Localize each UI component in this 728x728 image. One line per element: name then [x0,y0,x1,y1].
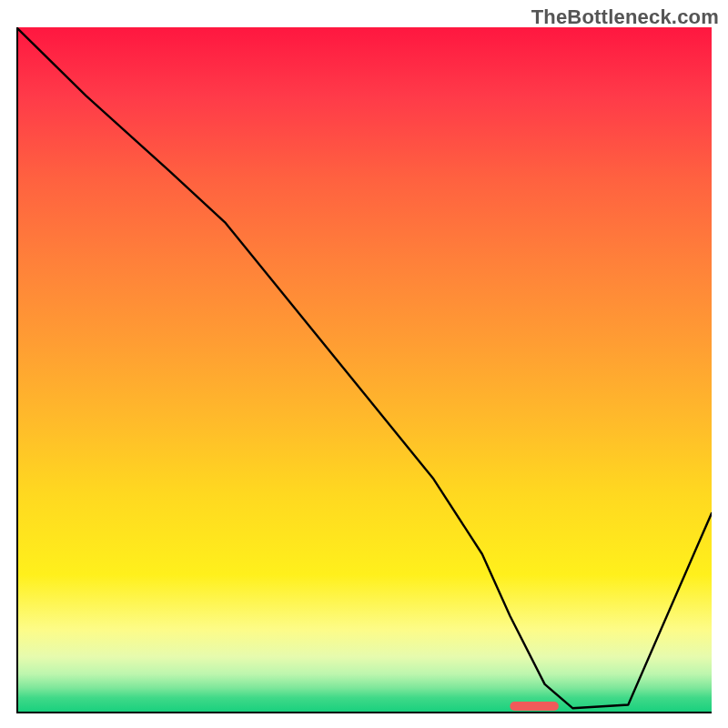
x-axis [16,712,712,713]
bottleneck-curve [16,27,712,708]
watermark-text: TheBottleneck.com [531,5,719,29]
optimal-marker [510,702,559,711]
y-axis [16,27,18,712]
chart-frame: TheBottleneck.com [0,0,728,728]
curve-layer [16,27,712,712]
plot-area [16,27,712,712]
